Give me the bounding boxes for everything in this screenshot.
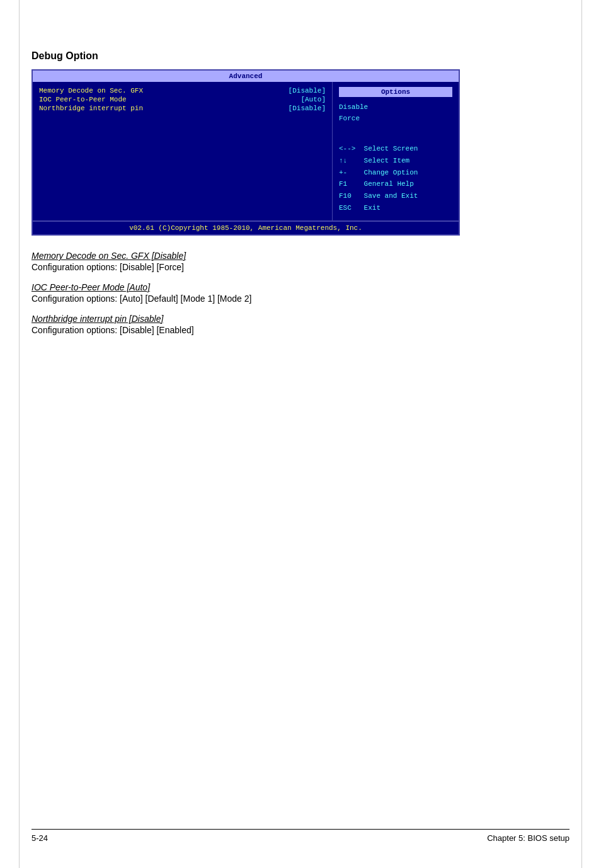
description-section: Memory Decode on Sec. GFX [Disable] Conf… (31, 251, 570, 335)
page-border-right (581, 0, 582, 868)
bios-item-label-1: IOC Peer-to-Peer Mode (39, 96, 127, 103)
options-title: Options (339, 87, 452, 97)
bios-item-value-2: [Disable] (289, 105, 326, 112)
desc-options-0: Configuration options: [Disable] [Force] (31, 262, 184, 272)
bios-nav: <--> Select Screen ↑↓ Select Item +- Cha… (339, 143, 452, 214)
desc-title-1: IOC Peer-to-Peer Mode [Auto] (31, 282, 570, 292)
option-item-1: Force (339, 113, 452, 125)
bios-item-value-1: [Auto] (300, 96, 326, 103)
bios-item-value-0: [Disable] (289, 87, 326, 94)
footer-page-number: 5-24 (31, 833, 48, 843)
desc-options-2: Configuration options: [Disable] [Enable… (31, 325, 194, 335)
nav-line-4: F10 Save and Exit (339, 190, 452, 202)
options-list: Disable Force (339, 102, 452, 124)
desc-item-1: IOC Peer-to-Peer Mode [Auto] Configurati… (31, 282, 570, 304)
nav-line-1: ↑↓ Select Item (339, 155, 452, 167)
page-border-left (19, 0, 20, 868)
bios-item-row-0: Memory Decode on Sec. GFX [Disable] (39, 87, 326, 94)
bios-footer: v02.61 (C)Copyright 1985-2010, American … (33, 220, 459, 234)
bios-item-row-2: Northbridge interrupt pin [Disable] (39, 105, 326, 112)
bios-screen: Advanced Memory Decode on Sec. GFX [Disa… (31, 69, 460, 236)
footer-chapter: Chapter 5: BIOS setup (487, 833, 570, 843)
bios-left-panel: Memory Decode on Sec. GFX [Disable] IOC … (33, 82, 333, 220)
option-item-0: Disable (339, 102, 452, 113)
page-title: Debug Option (31, 50, 570, 62)
page-footer: 5-24 Chapter 5: BIOS setup (31, 829, 570, 843)
bios-right-panel: Options Disable Force <--> Select Screen… (333, 82, 459, 220)
bios-item-label-0: Memory Decode on Sec. GFX (39, 87, 143, 94)
nav-line-2: +- Change Option (339, 167, 452, 179)
bios-item-label-2: Northbridge interrupt pin (39, 105, 143, 112)
nav-line-0: <--> Select Screen (339, 143, 452, 155)
desc-title-0: Memory Decode on Sec. GFX [Disable] (31, 251, 570, 261)
nav-line-5: ESC Exit (339, 202, 452, 214)
desc-title-2: Northbridge interrupt pin [Disable] (31, 314, 570, 324)
bios-header-tab: Advanced (33, 71, 459, 82)
desc-item-2: Northbridge interrupt pin [Disable] Conf… (31, 314, 570, 335)
desc-item-0: Memory Decode on Sec. GFX [Disable] Conf… (31, 251, 570, 272)
nav-line-3: F1 General Help (339, 178, 452, 190)
desc-options-1: Configuration options: [Auto] [Default] … (31, 294, 251, 304)
bios-item-row-1: IOC Peer-to-Peer Mode [Auto] (39, 96, 326, 103)
